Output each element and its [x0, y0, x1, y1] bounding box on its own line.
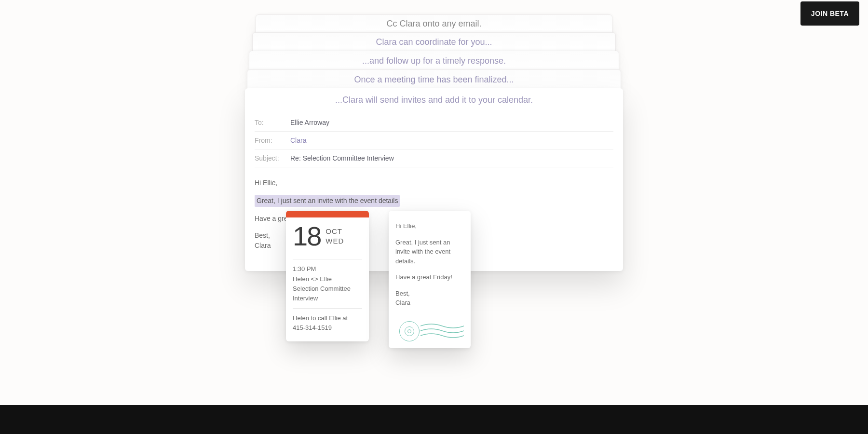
- note-signoff-1: Best,: [395, 290, 410, 297]
- from-label: From:: [255, 136, 282, 144]
- note-greeting: Hi Ellie,: [395, 221, 464, 231]
- calendar-weekday: WED: [326, 236, 344, 246]
- stacked-card-1: Cc Clara onto any email.: [256, 14, 612, 33]
- stacked-card-1-text: Cc Clara onto any email.: [386, 19, 481, 29]
- stacked-card-2: Clara can coordinate for you...: [252, 32, 616, 52]
- calendar-title-1: Helen <> Ellie: [293, 274, 362, 284]
- join-beta-button[interactable]: JOIN BETA: [800, 1, 859, 26]
- email-greeting: Hi Ellie,: [255, 178, 613, 188]
- divider: [293, 259, 362, 259]
- email-tagline: ...Clara will send invites and add it to…: [245, 88, 623, 114]
- calendar-month: OCT: [326, 227, 344, 236]
- calendar-accent-stripe: [286, 211, 369, 217]
- stamp-circle-icon: [399, 321, 420, 341]
- note-body: Great, I just sent an invite with the ev…: [395, 238, 464, 266]
- calendar-event: 1:30 PM Helen <> Ellie Selection Committ…: [293, 264, 362, 303]
- email-highlight: Great, I just sent an invite with the ev…: [255, 195, 400, 207]
- subject-value: Re: Selection Committee Interview: [290, 154, 394, 162]
- subject-label: Subject:: [255, 154, 282, 162]
- email-to-row: To: Ellie Arroway: [255, 114, 613, 132]
- email-from-row: From: Clara: [255, 132, 613, 149]
- stacked-card-4: Once a meeting time has been finalized..…: [247, 69, 621, 90]
- stacked-card-3-text: ...and follow up for a timely response.: [362, 56, 506, 66]
- to-label: To:: [255, 119, 282, 126]
- calendar-detail: Helen to call Ellie at 415-314-1519: [293, 313, 362, 333]
- stacked-card-2-text: Clara can coordinate for you...: [376, 37, 492, 47]
- stacked-card-4-text: Once a meeting time has been finalized..…: [354, 75, 514, 85]
- calendar-time: 1:30 PM: [293, 264, 362, 274]
- calendar-day-number: 18: [293, 224, 321, 248]
- from-value: Clara: [290, 136, 306, 144]
- postmark-stamp-icon: [395, 321, 464, 341]
- to-value: Ellie Arroway: [290, 119, 329, 126]
- stacked-card-3: ...and follow up for a timely response.: [249, 51, 619, 71]
- calendar-card: 18 OCT WED 1:30 PM Helen <> Ellie Select…: [286, 211, 369, 341]
- email-signoff-1: Best,: [255, 231, 270, 239]
- note-signoff-2: Clara: [395, 299, 410, 306]
- email-subject-row: Subject: Re: Selection Committee Intervi…: [255, 149, 613, 167]
- email-meta: To: Ellie Arroway From: Clara Subject: R…: [245, 114, 623, 167]
- divider: [293, 308, 362, 309]
- calendar-date: 18 OCT WED: [293, 224, 362, 254]
- stamp-waves-icon: [420, 323, 464, 339]
- calendar-detail-line: Helen to call Ellie at: [293, 313, 362, 323]
- footer-band: [0, 405, 868, 434]
- email-signoff-2: Clara: [255, 242, 271, 249]
- note-line-2: Have a great Friday!: [395, 272, 464, 282]
- calendar-title-2: Selection Committee Interview: [293, 284, 362, 303]
- calendar-phone: 415-314-1519: [293, 323, 362, 333]
- note-card: Hi Ellie, Great, I just sent an invite w…: [389, 211, 471, 348]
